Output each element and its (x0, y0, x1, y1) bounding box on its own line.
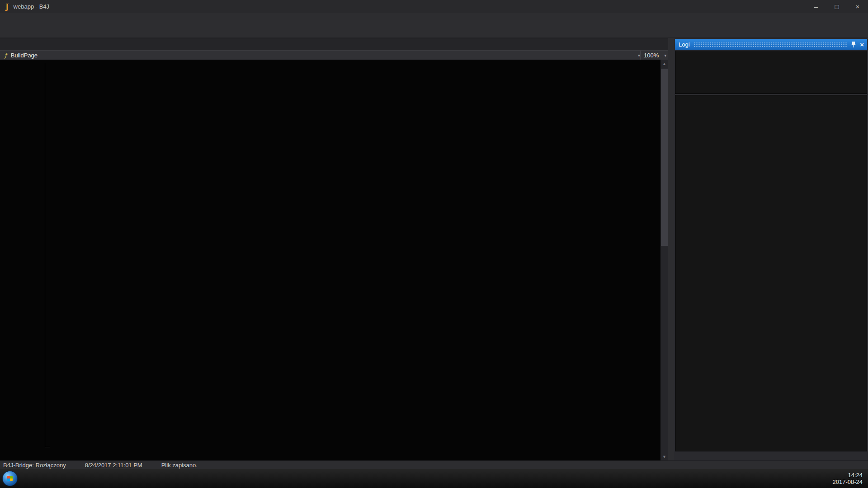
file-tab-strip (0, 38, 668, 50)
panel-splitter[interactable] (668, 38, 674, 460)
editor-scrollbar[interactable]: ▲ ▼ (660, 60, 668, 460)
app-icon: J (5, 2, 9, 11)
save-status: Plik zapisano. (161, 462, 198, 469)
panel-drag-handle[interactable] (693, 42, 848, 47)
member-selector-bar: ƒ BuildPage ▾ 100% ▾ (0, 50, 668, 60)
toolbar (0, 25, 868, 38)
title-bar: J webapp - B4J – □ × (0, 0, 868, 13)
editor-column: ƒ BuildPage ▾ 100% ▾ ▲ (0, 38, 668, 460)
clock-date: 2017-08-24 (833, 479, 863, 485)
scroll-up-icon[interactable]: ▲ (660, 60, 668, 67)
main-area: ƒ BuildPage ▾ 100% ▾ ▲ (0, 38, 868, 460)
chevron-down-icon: ▾ (664, 53, 666, 58)
panel-tab-strip (674, 456, 868, 460)
status-bar: B4J-Bridge: Rozłączony 8/24/2017 2:11:01… (0, 460, 868, 469)
zoom-value: 100% (644, 52, 659, 59)
taskbar-clock[interactable]: 14:24 2017-08-24 (833, 472, 863, 485)
status-timestamp: 8/24/2017 2:11:01 PM (85, 462, 142, 469)
member-selector[interactable]: BuildPage (11, 52, 38, 59)
b4j-window: J webapp - B4J – □ × ƒ BuildPage ▾ 100% (0, 0, 868, 469)
start-button[interactable] (2, 471, 18, 486)
close-button[interactable]: × (847, 0, 868, 13)
bridge-status: B4J-Bridge: Rozłączony (3, 462, 66, 469)
menu-bar (0, 13, 868, 25)
logs-panel-title: Logi (679, 41, 690, 48)
clock-time: 14:24 (833, 472, 863, 479)
log-panel-buttons (674, 452, 868, 456)
logs-panel: Logi × (674, 38, 868, 460)
logs-panel-header: Logi × (675, 39, 867, 50)
pin-icon[interactable] (851, 41, 856, 48)
method-icon: ƒ (5, 52, 7, 59)
taskbar: 14:24 2017-08-24 (0, 469, 868, 488)
editor-wrap: ▲ ▼ (0, 60, 668, 460)
window-controls: – □ × (806, 0, 868, 13)
window-title: webapp - B4J (14, 3, 50, 10)
zoom-select[interactable]: 100% ▾ (640, 51, 668, 60)
maximize-button[interactable]: □ (826, 0, 847, 13)
scroll-down-icon[interactable]: ▼ (660, 453, 668, 460)
scrollbar-thumb[interactable] (661, 69, 668, 246)
warnings-box[interactable] (675, 51, 867, 94)
minimize-button[interactable]: – (806, 0, 826, 13)
desktop-screen: J webapp - B4J – □ × ƒ BuildPage ▾ 100% (0, 0, 868, 488)
code-editor[interactable] (0, 60, 660, 460)
log-output-area[interactable] (675, 95, 867, 451)
panel-close-icon[interactable]: × (860, 41, 864, 48)
code-block-guide (45, 63, 45, 447)
